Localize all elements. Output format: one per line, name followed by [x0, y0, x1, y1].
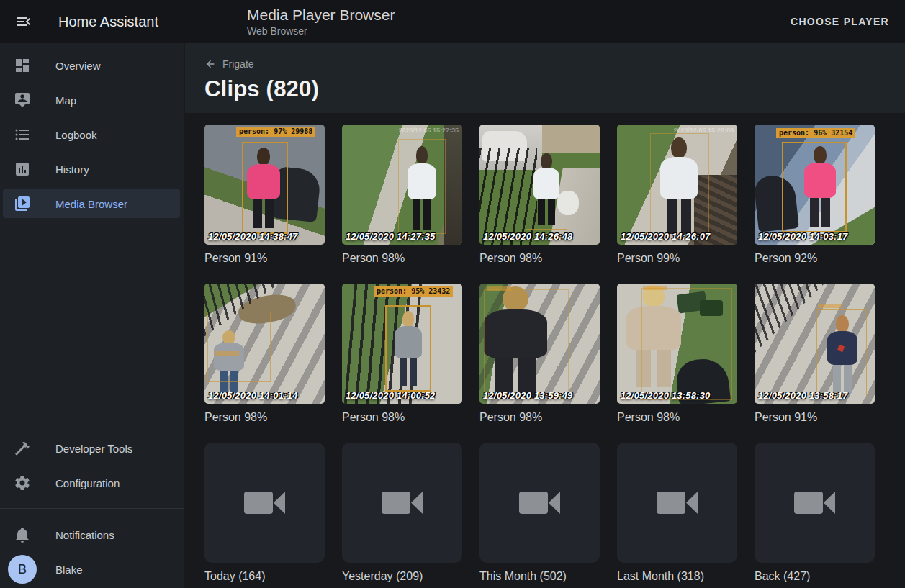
folder-label: Yesterday (209) — [342, 569, 462, 584]
poll-box-icon — [14, 160, 31, 178]
clip-timestamp: 12/05/2020 14:38:47 — [208, 231, 298, 242]
clip-thumbnail: 12/05/2020 13:58:30 — [617, 284, 737, 404]
clip-timestamp: 12/05/2020 13:58:17 — [758, 390, 848, 401]
clip-item[interactable]: 12/05/2020 13:58:30 Person 98% — [617, 284, 737, 425]
detection-box — [207, 312, 271, 382]
detection-box — [816, 309, 867, 397]
sidebar-footer: Developer Tools Configuration Notificati… — [0, 431, 184, 588]
clip-caption: Person 98% — [204, 410, 325, 425]
choose-player-button[interactable]: CHOOSE PLAYER — [791, 0, 889, 43]
folder-thumbnail — [479, 443, 600, 563]
clip-thumbnail: 2020/12/05 15:27:35 12/05/2020 14:27:35 — [342, 125, 462, 245]
clip-thumbnail: 2020/12/05 15:26:08 12/05/2020 14:26:07 — [617, 125, 737, 245]
cog-icon — [14, 474, 31, 492]
sidebar-item-label: History — [55, 163, 89, 176]
clip-thumbnail: 12/05/2020 13:59:49 — [479, 284, 600, 404]
tooltip-account-icon — [14, 91, 31, 109]
detection-chip — [818, 304, 842, 308]
media-player-header: Media Player Browser Web Browser — [247, 6, 395, 37]
content-header: Frigate Clips (820) — [185, 43, 905, 113]
sidebar-item-notifications[interactable]: Notifications — [0, 517, 184, 552]
detection-box — [242, 142, 288, 234]
sidebar-item-developer-tools[interactable]: Developer Tools — [0, 431, 184, 466]
folder-item-back[interactable]: Back (427) — [755, 443, 875, 584]
media-player-title: Media Player Browser — [247, 6, 395, 24]
sidebar-item-profile[interactable]: B Blake — [0, 552, 184, 587]
clip-item[interactable]: person: 95% 23432 12/05/2020 14:00:52 Pe… — [342, 284, 462, 425]
clip-item[interactable]: 12/05/2020 13:59:49 Person 98% — [479, 284, 600, 425]
folder-thumbnail — [342, 443, 462, 563]
clip-timestamp: 12/05/2020 14:01:14 — [208, 390, 298, 401]
camera-watermark: 2020/12/05 15:26:08 — [673, 127, 734, 134]
detection-chip — [643, 286, 667, 290]
clip-item[interactable]: 2020/12/05 15:27:35 12/05/2020 14:27:35 … — [342, 125, 462, 266]
folder-thumbnail — [204, 443, 325, 563]
clip-caption: Person 91% — [755, 410, 875, 425]
detection-box — [398, 139, 446, 234]
detection-box — [526, 148, 567, 230]
arrow-left-icon — [204, 58, 216, 70]
clips-grid: person: 97% 29988 12/05/2020 14:38:47 Pe… — [185, 113, 905, 588]
detection-box — [484, 289, 569, 399]
detection-chip: person: 96% 32154 — [776, 128, 855, 138]
clip-item[interactable]: 12/05/2020 14:01:14 Person 98% — [204, 284, 325, 425]
media-browser-content: Frigate Clips (820) person: 97% 29988 12… — [185, 43, 905, 588]
folder-item-today[interactable]: Today (164) — [204, 443, 325, 584]
folder-thumbnail — [617, 443, 737, 563]
clip-item[interactable]: 12/05/2020 14:26:48 Person 98% — [479, 125, 600, 266]
page-title: Clips (820) — [204, 76, 888, 102]
sidebar-item-label: Media Browser — [55, 198, 127, 210]
detection-chip — [487, 286, 511, 291]
folder-label: Back (427) — [755, 569, 875, 584]
sidebar-item-logbook[interactable]: Logbook — [0, 117, 184, 152]
sidebar-item-history[interactable]: History — [0, 152, 184, 186]
sidebar-item-overview[interactable]: Overview — [0, 48, 184, 83]
folder-item-yesterday[interactable]: Yesterday (209) — [342, 443, 462, 584]
menu-open-icon[interactable] — [15, 13, 32, 30]
sidebar-nav: Overview Map Logbook History — [0, 43, 184, 221]
app-title: Home Assistant — [58, 14, 158, 30]
clip-item[interactable]: person: 96% 32154 12/05/2020 14:03:17 Pe… — [755, 125, 875, 266]
clip-item[interactable]: 12/05/2020 13:58:17 Person 91% — [755, 284, 875, 425]
clip-timestamp: 12/05/2020 14:27:35 — [346, 231, 436, 242]
play-box-multiple-icon — [14, 195, 31, 212]
detection-box — [641, 288, 732, 400]
clip-caption: Person 98% — [617, 410, 737, 425]
clip-caption: Person 98% — [342, 410, 462, 425]
clip-timestamp: 12/05/2020 13:59:49 — [483, 390, 573, 401]
detection-chip: person: 97% 29988 — [236, 127, 315, 137]
clip-item[interactable]: person: 97% 29988 12/05/2020 14:38:47 Pe… — [204, 125, 325, 266]
detection-box — [385, 305, 431, 392]
video-icon — [794, 492, 835, 514]
view-dashboard-icon — [14, 57, 31, 74]
folder-item-this-month[interactable]: This Month (502) — [479, 443, 600, 584]
breadcrumb-label: Frigate — [222, 58, 254, 70]
clip-timestamp: 12/05/2020 14:26:48 — [483, 231, 573, 242]
sidebar-item-label: Logbook — [55, 129, 97, 141]
folder-item-last-month[interactable]: Last Month (318) — [617, 443, 737, 584]
format-list-bulleted-icon — [14, 126, 31, 143]
avatar: B — [8, 555, 37, 584]
clip-caption: Person 98% — [479, 410, 600, 425]
folder-label: This Month (502) — [479, 569, 600, 584]
clip-timestamp: 12/05/2020 14:00:52 — [346, 390, 436, 401]
hammer-icon — [14, 440, 31, 457]
clip-thumbnail: person: 97% 29988 12/05/2020 14:38:47 — [204, 125, 325, 245]
detection-chip — [215, 351, 239, 356]
detection-box — [782, 142, 847, 232]
breadcrumb-back[interactable]: Frigate — [204, 58, 254, 70]
sidebar-item-map[interactable]: Map — [0, 83, 184, 117]
clip-thumbnail: 12/05/2020 14:01:14 — [204, 284, 325, 404]
clip-caption: Person 98% — [479, 251, 600, 266]
detection-chip: person: 95% 23432 — [374, 286, 453, 297]
sidebar-item-label: Configuration — [55, 477, 120, 489]
clip-thumbnail: person: 95% 23432 12/05/2020 14:00:52 — [342, 284, 462, 404]
folder-label: Today (164) — [204, 569, 325, 584]
sidebar-item-label: Map — [55, 94, 76, 107]
sidebar-item-label: Overview — [55, 60, 101, 72]
folder-thumbnail — [755, 443, 875, 563]
clip-item[interactable]: 2020/12/05 15:26:08 12/05/2020 14:26:07 … — [617, 125, 737, 266]
bell-icon — [14, 526, 31, 543]
sidebar-item-media-browser[interactable]: Media Browser — [0, 186, 184, 221]
sidebar-item-configuration[interactable]: Configuration — [0, 466, 184, 500]
